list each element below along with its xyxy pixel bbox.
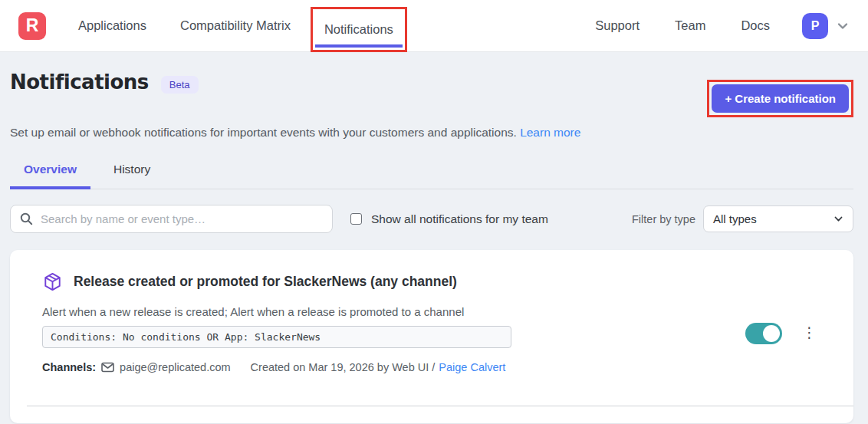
notification-channels-row: Channels: paige@replicated.com Created o… bbox=[42, 361, 745, 373]
nav-item-compatibility-matrix[interactable]: Compatibility Matrix bbox=[180, 18, 291, 33]
tab-bar: Overview History bbox=[10, 155, 853, 189]
filter-by-type-label: Filter by type bbox=[632, 213, 695, 225]
notification-card-content: Release created or promoted for SlackerN… bbox=[42, 271, 745, 406]
search-box[interactable] bbox=[10, 205, 333, 233]
notification-card-divider bbox=[27, 406, 853, 423]
notification-title: Release created or promoted for SlackerN… bbox=[74, 274, 457, 290]
package-icon bbox=[42, 271, 63, 292]
chevron-down-icon[interactable] bbox=[836, 19, 850, 33]
search-icon bbox=[20, 212, 33, 225]
annotation-box-create-notification: + Create notification bbox=[707, 80, 853, 117]
tab-overview[interactable]: Overview bbox=[10, 155, 90, 189]
search-input[interactable] bbox=[41, 212, 323, 225]
nav-item-notifications[interactable]: Notifications bbox=[324, 22, 393, 37]
page-description-text: Set up email or webhook notifications fo… bbox=[10, 126, 517, 139]
notification-controls: ⋮ bbox=[745, 323, 817, 344]
type-filter-select[interactable]: All types bbox=[703, 205, 853, 232]
type-filter-group: Filter by type All types bbox=[632, 205, 853, 232]
create-notification-button[interactable]: + Create notification bbox=[712, 84, 849, 113]
replicated-logo[interactable]: R bbox=[18, 12, 46, 40]
nav-right-group: Support Team Docs P bbox=[560, 13, 850, 39]
nav-item-applications[interactable]: Applications bbox=[78, 18, 146, 33]
notification-description: Alert when a new release is created; Ale… bbox=[42, 305, 745, 318]
annotation-box-notifications: Notifications bbox=[311, 7, 407, 52]
notification-card: Release created or promoted for SlackerN… bbox=[10, 250, 853, 423]
notification-enabled-toggle[interactable] bbox=[745, 323, 782, 344]
page-title: Notifications bbox=[10, 71, 149, 94]
nav-item-support[interactable]: Support bbox=[595, 18, 639, 33]
main-content: Notifications Beta + Create notification… bbox=[0, 52, 868, 423]
beta-badge: Beta bbox=[161, 76, 199, 94]
nav-item-docs[interactable]: Docs bbox=[741, 18, 770, 33]
tab-history[interactable]: History bbox=[100, 155, 164, 189]
notification-title-row: Release created or promoted for SlackerN… bbox=[42, 271, 745, 292]
page-description: Set up email or webhook notifications fo… bbox=[10, 126, 853, 140]
created-info: Created on Mar 19, 2026 by Web UI / bbox=[251, 361, 436, 373]
show-all-checkbox[interactable] bbox=[350, 213, 362, 225]
type-filter-selected-value: All types bbox=[713, 212, 833, 225]
nav-item-team[interactable]: Team bbox=[675, 18, 705, 33]
select-chevron-icon bbox=[833, 214, 843, 224]
toggle-knob bbox=[763, 325, 780, 342]
created-by-link[interactable]: Paige Calvert bbox=[439, 361, 505, 373]
avatar[interactable]: P bbox=[802, 13, 828, 39]
page-header: Notifications Beta + Create notification bbox=[10, 71, 853, 117]
learn-more-link[interactable]: Learn more bbox=[520, 126, 580, 139]
notification-conditions: Conditions: No conditions OR App: Slacke… bbox=[42, 326, 511, 348]
channel-email-text: paige@replicated.com bbox=[120, 361, 231, 373]
filter-row: Show all notifications for my team Filte… bbox=[10, 205, 853, 233]
notification-card-body: Release created or promoted for SlackerN… bbox=[10, 250, 853, 406]
channel-email: paige@replicated.com bbox=[101, 361, 231, 373]
show-all-checkbox-group[interactable]: Show all notifications for my team bbox=[350, 212, 548, 226]
show-all-checkbox-label: Show all notifications for my team bbox=[371, 212, 548, 226]
email-icon bbox=[101, 362, 114, 373]
channels-label: Channels: bbox=[42, 361, 96, 373]
top-nav: R Applications Compatibility Matrix Noti… bbox=[0, 0, 868, 52]
kebab-menu-icon[interactable]: ⋮ bbox=[802, 329, 817, 337]
